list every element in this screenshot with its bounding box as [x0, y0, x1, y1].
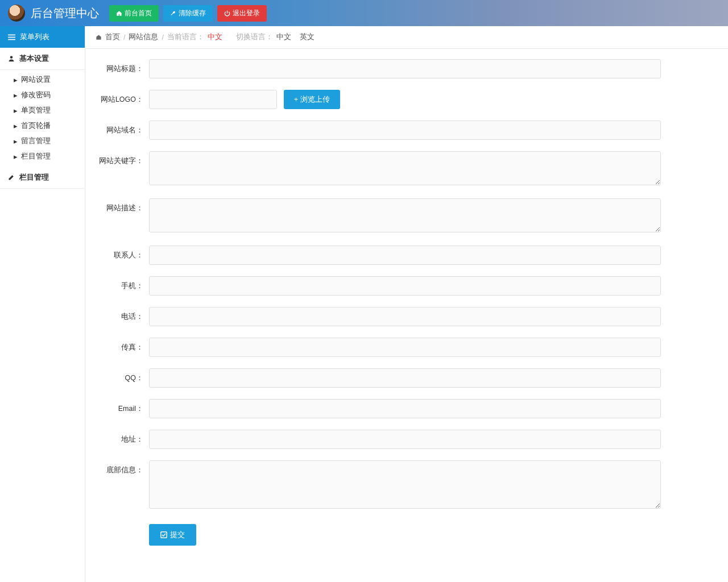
breadcrumb-home[interactable]: 首页 — [105, 32, 120, 42]
home-button-label: 前台首页 — [125, 9, 152, 18]
label-contact: 联系人： — [98, 246, 149, 265]
footer-textarea[interactable] — [149, 460, 661, 509]
label-phone: 电话： — [98, 307, 149, 326]
power-icon — [224, 10, 230, 16]
wrench-icon — [170, 10, 176, 16]
breadcrumb-page[interactable]: 网站信息 — [129, 32, 158, 42]
section-basic-label: 基本设置 — [19, 53, 49, 64]
current-lang-value: 中文 — [208, 32, 222, 42]
label-address: 地址： — [98, 430, 149, 449]
label-domain: 网站域名： — [98, 120, 149, 140]
home-icon — [116, 10, 122, 16]
domain-input[interactable] — [149, 120, 661, 140]
user-icon — [8, 55, 15, 62]
svg-rect-4 — [161, 532, 167, 538]
label-email: Email： — [98, 399, 149, 418]
keywords-textarea[interactable] — [149, 151, 661, 185]
address-input[interactable] — [149, 430, 661, 449]
sidebar-item-label: 首页轮播 — [21, 121, 51, 131]
submit-label: 提交 — [170, 530, 185, 540]
sidebar-item-label: 修改密码 — [21, 90, 51, 100]
sidebar-list-basic: ▸网站设置 ▸修改密码 ▸单页管理 ▸首页轮播 ▸留言管理 ▸栏目管理 — [0, 70, 85, 167]
svg-rect-2 — [8, 39, 15, 40]
sidebar-item-label: 留言管理 — [21, 136, 51, 146]
logout-button[interactable]: 退出登录 — [217, 5, 267, 22]
sidebar-section-basic[interactable]: 基本设置 — [0, 48, 85, 70]
current-lang-label: 当前语言： — [167, 32, 204, 42]
sidebar-item-single-page[interactable]: ▸单页管理 — [0, 103, 85, 118]
caret-icon: ▸ — [14, 106, 18, 115]
lang-cn-link[interactable]: 中文 — [276, 32, 291, 42]
sidebar-item-site-settings[interactable]: ▸网站设置 — [0, 72, 85, 88]
sidebar-item-label: 单页管理 — [21, 106, 51, 115]
sidebar-item-carousel[interactable]: ▸首页轮播 — [0, 118, 85, 134]
svg-point-3 — [10, 56, 13, 59]
svg-rect-1 — [8, 36, 15, 38]
breadcrumb-sep: / — [162, 34, 163, 41]
label-logo: 网站LOGO： — [98, 90, 149, 109]
avatar — [8, 5, 25, 22]
label-fax: 传真： — [98, 338, 149, 357]
breadcrumb-sep: / — [123, 34, 125, 41]
logo-input[interactable] — [149, 90, 277, 109]
breadcrumb: 首页 / 网站信息 / 当前语言：中文 切换语言： 中文 英文 — [85, 26, 728, 49]
mobile-input[interactable] — [149, 276, 661, 296]
sidebar-item-columns[interactable]: ▸栏目管理 — [0, 149, 85, 164]
label-desc: 网站描述： — [98, 198, 149, 218]
caret-icon: ▸ — [14, 91, 18, 99]
sidebar-item-messages[interactable]: ▸留言管理 — [0, 134, 85, 149]
label-keywords: 网站关键字： — [98, 151, 149, 171]
email-input[interactable] — [149, 399, 661, 418]
qq-input[interactable] — [149, 368, 661, 388]
caret-icon: ▸ — [14, 122, 18, 130]
sidebar-item-label: 栏目管理 — [21, 152, 51, 161]
desc-textarea[interactable] — [149, 198, 661, 232]
label-qq: QQ： — [98, 368, 149, 388]
submit-button[interactable]: 提交 — [149, 524, 196, 546]
home-button[interactable]: 前台首页 — [109, 5, 159, 22]
title-input[interactable] — [149, 59, 661, 78]
app-title: 后台管理中心 — [31, 6, 99, 21]
menu-header: 菜单列表 — [0, 26, 85, 48]
label-footer: 底部信息： — [98, 460, 149, 480]
logout-label: 退出登录 — [233, 9, 260, 18]
sidebar: 菜单列表 基本设置 ▸网站设置 ▸修改密码 ▸单页管理 ▸首页轮播 ▸留言管理 … — [0, 26, 85, 582]
sidebar-section-columns[interactable]: 栏目管理 — [0, 167, 85, 189]
edit-icon — [8, 174, 15, 181]
contact-input[interactable] — [149, 246, 661, 265]
header-bar: 后台管理中心 前台首页 清除缓存 退出登录 — [0, 0, 728, 26]
sidebar-item-label: 网站设置 — [21, 75, 51, 85]
clear-cache-label: 清除缓存 — [179, 9, 206, 18]
section-columns-label: 栏目管理 — [19, 172, 49, 182]
menu-header-label: 菜单列表 — [20, 32, 49, 42]
sidebar-item-password[interactable]: ▸修改密码 — [0, 88, 85, 103]
caret-icon: ▸ — [14, 137, 18, 146]
clear-cache-button[interactable]: 清除缓存 — [163, 5, 213, 22]
fax-input[interactable] — [149, 338, 661, 357]
label-mobile: 手机： — [98, 276, 149, 296]
switch-lang-label: 切换语言： — [236, 32, 273, 42]
list-icon — [8, 34, 15, 41]
lang-en-link[interactable]: 英文 — [300, 32, 315, 42]
svg-rect-0 — [8, 34, 15, 35]
check-icon — [160, 531, 167, 538]
caret-icon: ▸ — [14, 152, 18, 161]
upload-button[interactable]: + 浏览上传 — [284, 90, 340, 109]
home-icon — [96, 34, 102, 40]
label-title: 网站标题： — [98, 59, 149, 78]
phone-input[interactable] — [149, 307, 661, 326]
caret-icon: ▸ — [14, 76, 18, 84]
form-panel: 网站标题： 网站LOGO： + 浏览上传 网站域名： 网站关键字： 网站描述： — [85, 49, 728, 582]
